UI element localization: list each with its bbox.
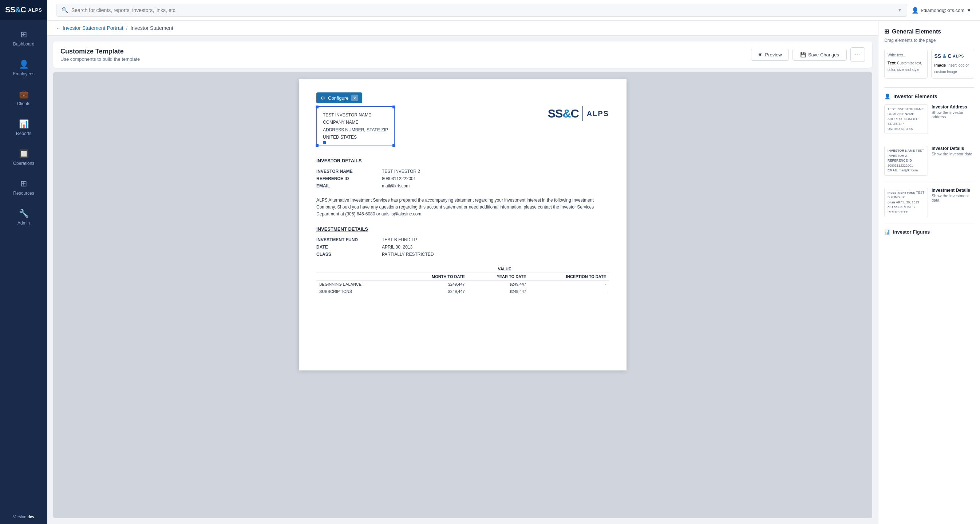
table-row: BEGINNING BALANCE $249,447 $249,447 - (317, 281, 609, 288)
address-line-1: TEST INVESTOR NAME (323, 111, 388, 119)
search-wrap[interactable]: 🔍 ▼ (56, 4, 907, 17)
investor-details-info: Investor Details Show the investor data (932, 146, 974, 176)
user-dropdown-icon: ▼ (967, 8, 971, 13)
logo-alps-text: ALPS (28, 7, 42, 13)
sidebar-item-dashboard[interactable]: ⊞ Dashboard (0, 23, 47, 53)
back-arrow-icon: ← (56, 25, 61, 31)
email-value: mail@krfscom (382, 182, 609, 190)
image-element-preview: SS&C ALPS (934, 53, 971, 60)
address-line-3: ADDRESS NUMBER, STATE ZIP (323, 126, 388, 133)
sidebar-item-label: Employees (13, 71, 34, 76)
employees-icon: 👤 (19, 60, 29, 69)
address-section: TEST INVESTOR NAME COMPANY NAME ADDRESS … (317, 106, 609, 146)
breadcrumb-separator: / (126, 25, 128, 31)
preview-button[interactable]: 👁 Preview (751, 49, 789, 61)
sidebar-item-resources[interactable]: ⊞ Resources (0, 173, 47, 202)
investment-details-preview: INVESTMENT FUND TEST B FUND LP DATE APRI… (884, 188, 928, 218)
investor-address-preview: TEST INVESTOR NAME COMPANY NAME ADDRESS … (884, 105, 928, 134)
table-row: SUBSCRIPTIONS $249,447 $249,447 - (317, 288, 609, 295)
search-dropdown-icon: ▼ (898, 8, 902, 13)
investment-details-table: INVESTMENT FUND TEST B FUND LP DATE APRI… (317, 236, 609, 258)
sidebar-item-operations[interactable]: 🔲 Operations (0, 143, 47, 173)
right-sidebar: ⊞ General Elements Drag elements to the … (878, 21, 980, 524)
investment-details-section: INVESTMENT DETAILS INVESTMENT FUND TEST … (317, 226, 609, 258)
text-element-preview: Write text... (888, 53, 924, 58)
user-email: kdiamond@krfs.com (921, 8, 964, 13)
sidebar: SS&C ALPS ⊞ Dashboard 👤 Employees 💼 Clie… (0, 0, 47, 524)
canvas-wrap: ⚙ Configure × TEST INVESTOR NAME C (53, 72, 872, 518)
address-line-4: UNITED STATES (323, 133, 388, 141)
investor-figures-label: Investor Figures (893, 229, 930, 235)
doc-logo-amp: & (562, 107, 570, 120)
investor-address-label: Investor Address (932, 105, 974, 110)
table-row: EMAIL mail@krfscom (317, 182, 609, 190)
save-label: Save Changes (808, 52, 839, 57)
configure-label: Configure (328, 95, 348, 101)
sidebar-item-label: Resources (13, 191, 34, 196)
dashboard-icon: ⊞ (21, 30, 27, 39)
general-elements-label: General Elements (892, 29, 941, 35)
text-element-label: Text Customize text, color, size and sty… (888, 59, 924, 72)
editor-title: Customize Template (60, 48, 140, 55)
doc-logo-alps: ALPS (587, 110, 609, 118)
logo-ssc-text: SS&C (5, 5, 26, 14)
investment-details-info: Investment Details Show the investment d… (932, 188, 974, 218)
sidebar-item-label: Clients (17, 101, 30, 106)
sidebar-version: Version dev (0, 510, 47, 524)
configure-toolbar[interactable]: ⚙ Configure × (317, 92, 362, 103)
doc-logo-ssc: SS&C (548, 107, 579, 121)
breadcrumb-current: Investor Statement (130, 25, 173, 31)
investment-details-label: Investment Details (932, 188, 974, 193)
user-info[interactable]: 👤 kdiamond@krfs.com ▼ (912, 7, 971, 14)
investment-details-desc: Show the investment data (932, 194, 974, 202)
balance-row-2-label: SUBSCRIPTIONS (317, 288, 400, 295)
text-element-card[interactable]: Write text... Text Customize text, color… (884, 49, 928, 79)
image-element-card[interactable]: SS&C ALPS Image Insert logo or custom im… (931, 49, 975, 79)
search-input[interactable] (72, 7, 893, 13)
sidebar-item-label: Operations (13, 161, 35, 166)
breadcrumb-back-label: Investor Statement Portrait (63, 25, 123, 31)
investor-address-info: Investor Address Show the investor addre… (932, 105, 974, 134)
eye-icon: 👁 (758, 52, 763, 57)
drag-hint: Drag elements to the page (884, 38, 974, 43)
investment-details-element[interactable]: INVESTMENT FUND TEST B FUND LP DATE APRI… (884, 188, 974, 224)
investor-elements-label: Investor Elements (893, 94, 937, 99)
breadcrumb-back-link[interactable]: ← Investor Statement Portrait (56, 25, 123, 31)
investor-elements-title: 👤 Investor Elements (884, 94, 974, 99)
balance-col-label (317, 273, 400, 281)
template-editor: Customize Template Use components to bui… (47, 36, 878, 524)
reports-icon: 📊 (19, 119, 29, 129)
editor-title-block: Customize Template Use components to bui… (60, 48, 140, 62)
corner-tl (316, 106, 318, 108)
investment-fund-label: INVESTMENT FUND (317, 236, 382, 243)
sidebar-item-label: Reports (16, 131, 31, 136)
content-area: ← Investor Statement Portrait / Investor… (47, 21, 980, 524)
general-elements-grid: Write text... Text Customize text, color… (884, 49, 974, 79)
doc-logo-separator (582, 106, 583, 121)
balance-table: VALUE MONTH TO DATE YEAR TO DATE INCEPTI… (317, 265, 609, 295)
balance-row-1-mtd: $249,447 (400, 281, 468, 288)
address-block: TEST INVESTOR NAME COMPANY NAME ADDRESS … (317, 106, 395, 146)
version-value: dev (27, 514, 34, 519)
address-line-2: COMPANY NAME (323, 119, 388, 126)
search-icon: 🔍 (62, 7, 68, 13)
investment-date-label: DATE (317, 243, 382, 251)
section-divider (884, 87, 974, 88)
logo-amp: & (15, 5, 21, 14)
save-icon: 💾 (800, 52, 806, 57)
investor-address-element[interactable]: TEST INVESTOR NAME COMPANY NAME ADDRESS … (884, 105, 974, 140)
editor-subtitle: Use components to build the template (60, 56, 140, 62)
table-row: DATE APRIL 30, 2013 (317, 243, 609, 251)
sidebar-item-admin[interactable]: 🔧 Admin (0, 202, 47, 232)
save-changes-button[interactable]: 💾 Save Changes (792, 49, 847, 61)
sidebar-item-employees[interactable]: 👤 Employees (0, 53, 47, 83)
sidebar-item-reports[interactable]: 📊 Reports (0, 113, 47, 143)
more-options-button[interactable]: ⋯ (850, 47, 865, 62)
investor-details-element[interactable]: INVESTOR NAME TEST INVESTOR 2 REFERENCE … (884, 146, 974, 182)
configure-close-button[interactable]: × (351, 95, 358, 101)
investor-details-label: Investor Details (932, 146, 974, 151)
investor-figures-icon: 📊 (884, 229, 890, 235)
sidebar-item-clients[interactable]: 💼 Clients (0, 83, 47, 113)
investor-address-desc: Show the investor address (932, 110, 974, 119)
investor-name-label: INVESTOR NAME (317, 168, 382, 175)
